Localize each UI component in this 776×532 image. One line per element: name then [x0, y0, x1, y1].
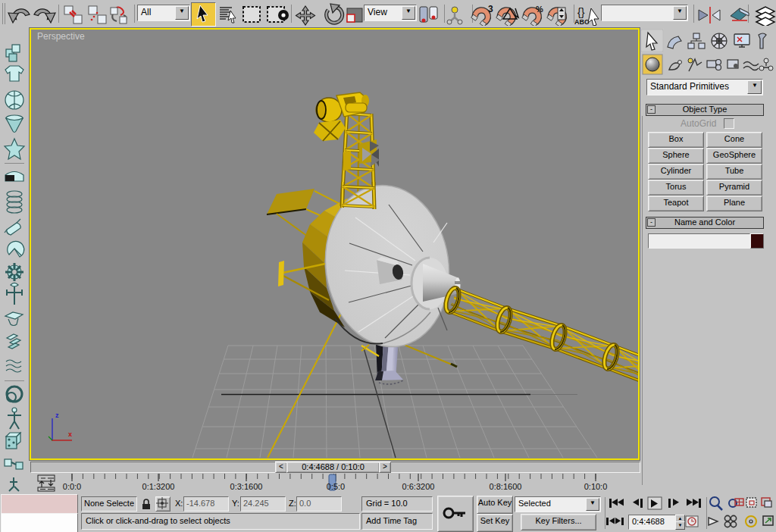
svg-text:0:8:1600: 0:8:1600 [490, 482, 522, 491]
svg-text:{}: {} [577, 6, 585, 18]
svg-text:0:0:0: 0:0:0 [63, 482, 81, 491]
svg-text:%: % [536, 5, 543, 14]
svg-text:0:3:1600: 0:3:1600 [230, 482, 263, 491]
svg-text:x: x [68, 430, 72, 438]
svg-text:0:1:3200: 0:1:3200 [142, 482, 175, 491]
svg-text:0:10:0: 0:10:0 [584, 482, 608, 491]
svg-text:3: 3 [488, 4, 493, 14]
svg-text:0:6:3200: 0:6:3200 [402, 482, 435, 491]
svg-text:z: z [55, 412, 59, 419]
svg-text:Perspective: Perspective [37, 31, 85, 42]
svg-text:ABC: ABC [574, 18, 590, 26]
svg-text:0:5:0: 0:5:0 [327, 482, 345, 491]
